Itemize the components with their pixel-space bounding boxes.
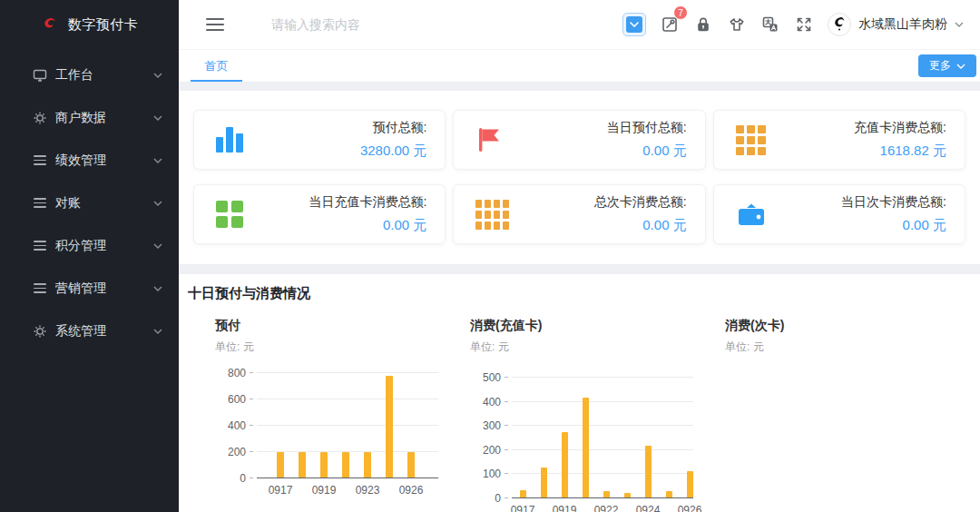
grid-green-icon xyxy=(216,201,252,228)
bar xyxy=(624,493,631,497)
y-tick-mark xyxy=(250,478,253,478)
y-tick-label: 100 xyxy=(470,468,501,480)
card-label: 当日充值卡消费总额: xyxy=(309,194,426,211)
chevron-down-icon xyxy=(153,243,162,249)
chevron-down-icon xyxy=(153,329,162,334)
user-menu[interactable]: 水域黑山羊肉粉 xyxy=(828,13,964,36)
tools-icon[interactable]: 7 xyxy=(660,15,680,34)
card-unit: 元 xyxy=(933,143,946,158)
x-tick-label: 0919 xyxy=(548,504,581,512)
gear-icon xyxy=(33,111,47,125)
sidebar-item-workbench[interactable]: 工作台 xyxy=(0,54,179,96)
x-tick-label: 0917 xyxy=(264,484,297,497)
card-row-1: 预付总额: 3280.00 元 当日预付总额: 0.00 元 充值卡消费总额 xyxy=(193,110,965,170)
y-tick-label: 200 xyxy=(215,446,246,458)
tab-bar: 首页 更多 xyxy=(179,50,980,83)
sidebar-item-label: 商户数据 xyxy=(55,110,153,126)
sidebar-item-marketing[interactable]: 营销管理 xyxy=(0,267,179,310)
y-tick-mark xyxy=(505,449,508,450)
grid-line xyxy=(512,449,693,450)
tab-home[interactable]: 首页 xyxy=(191,50,242,83)
bar xyxy=(299,452,306,478)
card-today-times-card: 当日次卡消费总额: 0.00 元 xyxy=(713,184,965,244)
card-today-prepaid: 当日预付总额: 0.00 元 xyxy=(453,110,705,170)
header-actions: 7 水域黑山羊肉粉 xyxy=(622,13,980,36)
app-title: 数字预付卡 xyxy=(68,16,139,34)
sidebar-item-system[interactable]: 系统管理 xyxy=(0,310,179,352)
app-logo: 数字预付卡 xyxy=(0,0,179,50)
bar xyxy=(666,491,672,497)
chart-subtitle: 单位: 元 xyxy=(470,340,725,355)
card-value: 0.00 xyxy=(383,217,409,232)
card-label: 当日预付总额: xyxy=(607,120,687,136)
sidebar-item-label: 绩效管理 xyxy=(55,153,153,169)
y-tick-mark xyxy=(505,425,508,426)
flag-icon xyxy=(475,125,512,154)
chart-plot: 02004006008000917091909230926 xyxy=(215,372,470,499)
app-select-icon[interactable] xyxy=(622,13,646,36)
y-tick-mark xyxy=(505,473,508,474)
chevron-down-icon xyxy=(153,158,162,163)
chevron-down-icon xyxy=(955,22,964,27)
chart-title: 消费(充值卡) xyxy=(470,318,725,334)
chevron-down-icon xyxy=(153,73,162,78)
bar xyxy=(520,490,526,497)
chart-title: 消费(次卡) xyxy=(725,318,980,334)
logo-swirl-icon xyxy=(41,15,61,35)
x-tick-label: 0923 xyxy=(351,484,384,497)
username: 水域黑山羊肉粉 xyxy=(858,16,947,33)
y-tick-mark xyxy=(250,425,253,426)
card-unit: 元 xyxy=(413,217,426,232)
grid-line xyxy=(257,425,438,426)
theme-icon[interactable] xyxy=(727,15,747,34)
x-tick-label: 0922 xyxy=(590,504,622,512)
sidebar-item-label: 营销管理 xyxy=(55,281,153,297)
sidebar-item-merchant-data[interactable]: 商户数据 xyxy=(0,96,179,139)
lock-icon[interactable] xyxy=(693,15,713,34)
top-header: 7 水域黑山羊肉粉 xyxy=(179,0,980,50)
notification-badge: 7 xyxy=(673,5,688,20)
chevron-down-icon xyxy=(153,201,162,206)
chart-title: 预付 xyxy=(215,318,470,334)
grid-line xyxy=(512,425,693,426)
y-tick-label: 200 xyxy=(470,444,501,457)
sidebar-item-points[interactable]: 积分管理 xyxy=(0,224,179,267)
card-value: 3280.00 xyxy=(360,143,409,158)
avatar xyxy=(828,13,851,36)
chart-subtitle: 单位: 元 xyxy=(215,340,470,355)
bar xyxy=(277,452,284,478)
y-tick-mark xyxy=(250,451,253,452)
more-button[interactable]: 更多 xyxy=(918,54,976,77)
y-tick-label: 0 xyxy=(470,492,501,505)
search-input[interactable] xyxy=(271,17,480,32)
sidebar-item-performance[interactable]: 绩效管理 xyxy=(0,139,179,182)
chevron-down-icon xyxy=(153,115,162,121)
sidebar-item-reconciliation[interactable]: 对账 xyxy=(0,182,179,224)
translate-icon[interactable] xyxy=(760,15,780,34)
card-times-card-total: 总次卡消费总额: 0.00 元 xyxy=(453,184,705,244)
list-icon xyxy=(33,239,47,253)
list-icon xyxy=(33,281,47,296)
card-today-recharge-consumption: 当日充值卡消费总额: 0.00 元 xyxy=(193,184,446,244)
tab-active-underline xyxy=(191,80,242,82)
sidebar: 数字预付卡 工作台 商户数据 绩效管理 对账 积 xyxy=(0,0,179,512)
main-content: 预付总额: 3280.00 元 当日预付总额: 0.00 元 充值卡消费总额 xyxy=(179,83,980,512)
hamburger-menu-icon[interactable] xyxy=(206,18,224,31)
chart-0: 预付单位: 元02004006008000917091909230926 xyxy=(215,318,470,512)
grid-orange-icon xyxy=(475,200,512,230)
bar xyxy=(541,468,547,497)
grid-line xyxy=(512,401,693,402)
y-tick-mark xyxy=(505,497,508,498)
sidebar-item-label: 工作台 xyxy=(55,67,153,84)
x-tick-label: 0917 xyxy=(506,504,539,512)
wallet-icon xyxy=(736,201,772,228)
chevron-down-icon xyxy=(153,286,162,291)
chart-2: 消费(次卡)单位: 元 xyxy=(725,318,980,512)
sidebar-item-label: 对账 xyxy=(55,195,153,212)
y-tick-label: 0 xyxy=(215,472,246,485)
bar xyxy=(687,471,693,497)
fullscreen-icon[interactable] xyxy=(794,15,814,34)
y-tick-label: 800 xyxy=(215,367,246,379)
bar xyxy=(583,398,589,497)
x-tick-label: 0924 xyxy=(632,504,664,512)
